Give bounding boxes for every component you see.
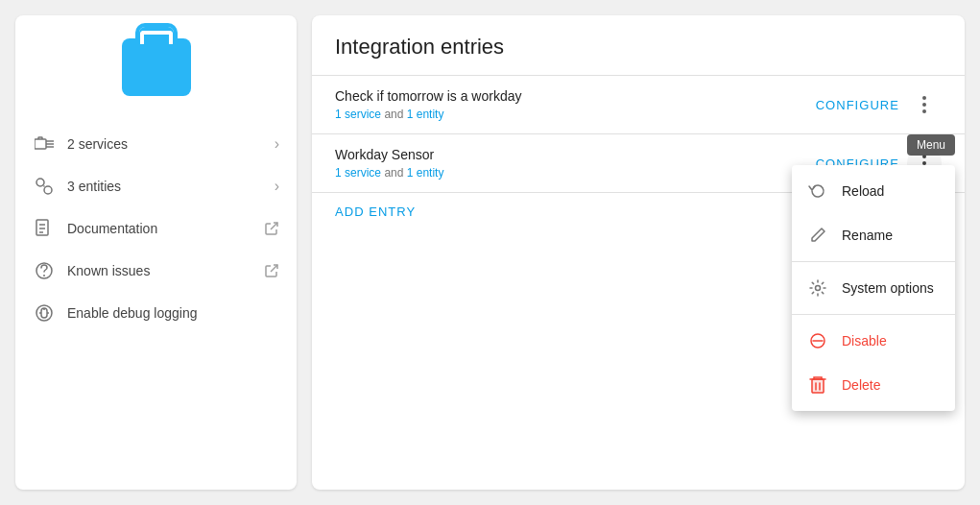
menu-divider-1 [792, 261, 955, 262]
left-panel: 2 services › 3 entities › [15, 15, 297, 490]
service-link-2[interactable]: 1 service [335, 166, 381, 180]
menu-item-rename[interactable]: Rename [792, 213, 955, 257]
debug-label: Enable debug logging [67, 305, 279, 321]
and-text-1: and [384, 108, 406, 121]
entry-row-1: Check if tomorrow is a workday 1 service… [312, 75, 965, 133]
menu-divider-2 [792, 314, 955, 315]
entry-meta-1: 1 service and 1 entity [335, 108, 808, 121]
svg-rect-28 [812, 379, 824, 393]
entry-name-1: Check if tomorrow is a workday [335, 88, 808, 104]
svg-point-19 [922, 96, 926, 100]
sidebar-item-services[interactable]: 2 services › [15, 123, 297, 165]
external-link-icon [264, 221, 279, 236]
entities-icon [33, 175, 56, 198]
svg-point-13 [43, 275, 45, 277]
context-menu: Menu Reload Rename [792, 165, 955, 411]
reload-label: Reload [842, 183, 884, 199]
chevron-right-icon: › [275, 135, 279, 153]
entry-info-1: Check if tomorrow is a workday 1 service… [335, 88, 808, 121]
rename-icon [807, 225, 828, 246]
svg-rect-0 [35, 139, 46, 149]
disable-icon [807, 330, 828, 351]
entity-link-2[interactable]: 1 entity [407, 166, 444, 180]
menu-item-disable[interactable]: Disable [792, 319, 955, 363]
entity-link-1[interactable]: 1 entity [407, 108, 444, 121]
svg-point-25 [816, 286, 821, 291]
sidebar-item-entities[interactable]: 3 entities › [15, 165, 297, 207]
svg-line-11 [271, 223, 277, 229]
entry-name-2: Workday Sensor [335, 147, 808, 162]
gear-icon [807, 277, 828, 299]
rename-label: Rename [842, 228, 893, 243]
external-link-icon2 [264, 263, 279, 278]
right-panel: Integration entries Check if tomorrow is… [312, 15, 965, 490]
issues-icon [33, 259, 56, 282]
entry-info-2: Workday Sensor 1 service and 1 entity [335, 147, 808, 180]
svg-point-22 [922, 155, 926, 158]
menu-item-reload[interactable]: Reload [792, 169, 955, 213]
disable-label: Disable [842, 333, 887, 349]
delete-label: Delete [842, 377, 880, 393]
sidebar-item-known-issues[interactable]: Known issues [15, 250, 297, 292]
services-label: 2 services [67, 136, 275, 152]
service-link-1[interactable]: 1 service [335, 108, 381, 121]
sidebar-item-debug[interactable]: Enable debug logging [15, 292, 297, 334]
and-text-2: and [384, 166, 406, 180]
entry-meta-2: 1 service and 1 entity [335, 166, 808, 180]
documentation-label: Documentation [67, 221, 264, 236]
svg-point-21 [922, 109, 926, 113]
svg-line-6 [44, 186, 45, 187]
briefcase-icon [122, 38, 191, 96]
more-button-1[interactable] [907, 87, 942, 122]
system-options-label: System options [842, 280, 934, 296]
menu-item-delete[interactable]: Delete [792, 363, 955, 407]
sidebar-item-documentation[interactable]: Documentation [15, 207, 297, 250]
configure-button-1[interactable]: CONFIGURE [808, 92, 907, 118]
reload-icon [807, 180, 828, 202]
services-icon [33, 132, 56, 156]
delete-icon [807, 374, 828, 396]
entities-label: 3 entities [67, 179, 275, 194]
debug-icon [33, 301, 56, 325]
svg-point-4 [36, 179, 44, 186]
panel-title: Integration entries [312, 35, 965, 75]
svg-line-14 [271, 265, 277, 272]
chevron-right-icon2: › [275, 178, 279, 195]
sidebar-nav: 2 services › 3 entities › [15, 123, 297, 334]
svg-point-20 [922, 103, 926, 107]
docs-icon [33, 217, 56, 240]
known-issues-label: Known issues [67, 263, 264, 278]
menu-item-system-options[interactable]: System options [792, 266, 955, 310]
svg-point-5 [44, 186, 52, 194]
